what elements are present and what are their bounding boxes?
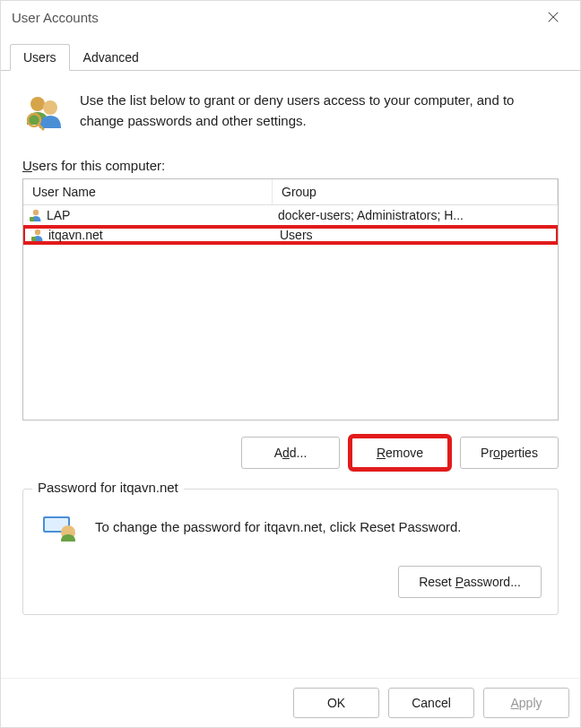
table-row[interactable]: LAP docker-users; Administrators; H... [23, 205, 558, 225]
col-header-group[interactable]: Group [273, 179, 558, 204]
close-icon [547, 11, 559, 23]
table-row-selected[interactable]: itqavn.net Users [22, 225, 559, 245]
ok-button[interactable]: OK [293, 688, 379, 718]
password-group: Password for itqavn.net To change the pa… [22, 489, 559, 615]
cell-group: Users [274, 228, 556, 242]
col-header-username[interactable]: User Name [23, 179, 273, 204]
cell-group: docker-users; Administrators; H... [273, 208, 558, 222]
window-title: User Accounts [12, 10, 99, 25]
add-button[interactable]: Add... [241, 437, 340, 469]
tab-strip: Users Advanced [1, 44, 580, 71]
remove-button[interactable]: Remove [351, 437, 449, 469]
user-accounts-window: User Accounts Users Advanced Use the lis… [0, 0, 581, 728]
apply-button: Apply [483, 688, 569, 718]
titlebar: User Accounts [1, 1, 580, 33]
svg-point-8 [35, 230, 40, 235]
svg-rect-9 [31, 237, 36, 241]
dialog-button-bar: OK Cancel Apply [1, 678, 580, 727]
user-icon [29, 208, 43, 222]
table-body: LAP docker-users; Administrators; H... i… [23, 205, 558, 245]
user-action-row: Add... Remove Properties [22, 437, 559, 469]
users-table: User Name Group LAP docker-users; Admini… [22, 178, 559, 420]
intro-text: Use the list below to grant or deny user… [80, 91, 559, 131]
cancel-button[interactable]: Cancel [388, 688, 474, 718]
reset-password-button[interactable]: Reset Password... [398, 566, 542, 598]
user-icon [30, 228, 45, 242]
users-list-label: Users for this computer: [22, 158, 559, 173]
svg-rect-7 [30, 217, 34, 221]
tab-content-users: Use the list below to grant or deny user… [1, 71, 580, 678]
intro-row: Use the list below to grant or deny user… [22, 91, 559, 136]
cell-username: itqavn.net [48, 228, 103, 242]
users-icon [22, 91, 65, 136]
svg-point-3 [43, 100, 57, 115]
tab-users[interactable]: Users [10, 44, 70, 71]
table-header: User Name Group [23, 179, 558, 205]
password-text: To change the password for itqavn.net, c… [95, 519, 462, 534]
properties-button[interactable]: Properties [460, 437, 559, 469]
svg-point-6 [33, 210, 39, 215]
tab-advanced[interactable]: Advanced [70, 44, 152, 70]
cell-username: LAP [47, 208, 70, 222]
keys-icon [39, 506, 79, 548]
close-button[interactable] [533, 4, 573, 30]
svg-point-2 [30, 97, 45, 111]
password-group-legend: Password for itqavn.net [32, 480, 184, 495]
